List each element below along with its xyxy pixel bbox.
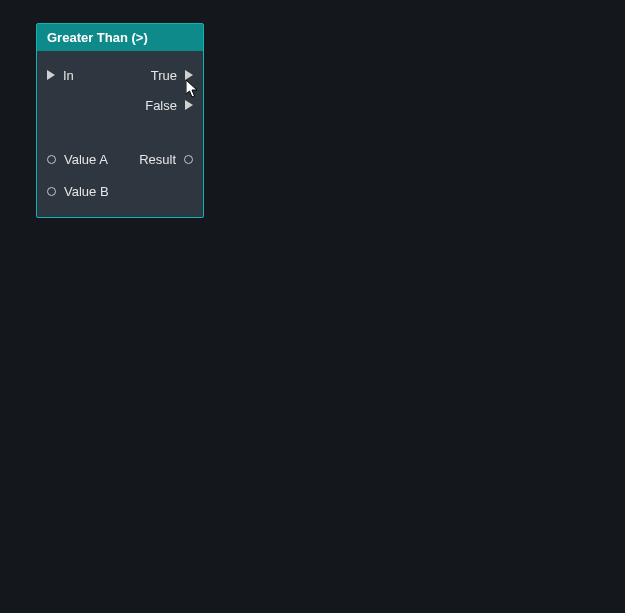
result-port[interactable]: Result [139,152,193,167]
exec-false-port[interactable]: False [145,98,193,113]
value-a-port[interactable]: Value A [47,152,108,167]
value-b-port[interactable]: Value B [47,184,109,199]
exec-row-1: In True [47,65,193,85]
node-title: Greater Than (>) [47,30,148,45]
exec-true-port[interactable]: True [151,68,193,83]
data-port-icon [47,155,56,164]
exec-true-label: True [151,68,177,83]
exec-triangle-icon [47,70,55,80]
result-label: Result [139,152,176,167]
exec-row-2: False [47,95,193,115]
data-row-2: Value B [47,181,193,201]
data-port-icon [47,187,56,196]
exec-false-label: False [145,98,177,113]
exec-in-port[interactable]: In [47,68,74,83]
exec-triangle-icon [185,70,193,80]
greater-than-node[interactable]: Greater Than (>) In True False Value A [36,23,204,218]
value-b-label: Value B [64,184,109,199]
exec-triangle-icon [185,100,193,110]
node-title-bar[interactable]: Greater Than (>) [37,24,203,51]
node-body: In True False Value A Result [37,51,203,217]
spacer [47,127,193,149]
data-port-icon [184,155,193,164]
value-a-label: Value A [64,152,108,167]
data-row-1: Value A Result [47,149,193,169]
exec-in-label: In [63,68,74,83]
